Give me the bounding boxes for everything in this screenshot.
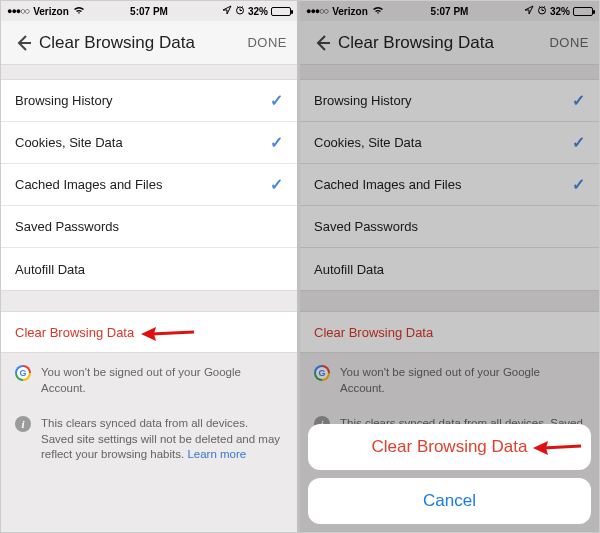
options-list: Browsing History ✓ Cookies, Site Data ✓ … bbox=[300, 79, 599, 291]
sheet-cancel-button[interactable]: Cancel bbox=[308, 478, 591, 524]
clear-browsing-data-button[interactable]: Clear Browsing Data bbox=[1, 311, 297, 353]
signal-dots: ●●●○○ bbox=[306, 6, 328, 16]
google-icon bbox=[314, 365, 330, 381]
options-list: Browsing History ✓ Cookies, Site Data ✓ … bbox=[1, 79, 297, 291]
status-bar: ●●●○○ Verizon 5:07 PM 32% bbox=[1, 1, 297, 21]
info-icon: i bbox=[15, 416, 31, 432]
page-header: Clear Browsing Data DONE bbox=[300, 21, 599, 65]
clear-browsing-data-button[interactable]: Clear Browsing Data bbox=[300, 311, 599, 353]
row-autofill[interactable]: Autofill Data bbox=[300, 248, 599, 290]
row-browsing-history[interactable]: Browsing History ✓ bbox=[300, 80, 599, 122]
alarm-icon bbox=[235, 5, 245, 17]
sync-note: i This clears synced data from all devic… bbox=[1, 404, 297, 471]
learn-more-link[interactable]: Learn more bbox=[187, 448, 246, 460]
row-autofill[interactable]: Autofill Data bbox=[1, 248, 297, 290]
page-title: Clear Browsing Data bbox=[338, 33, 549, 53]
row-cached[interactable]: Cached Images and Files ✓ bbox=[300, 164, 599, 206]
done-button[interactable]: DONE bbox=[549, 35, 589, 50]
battery-icon bbox=[573, 7, 593, 16]
row-passwords[interactable]: Saved Passwords bbox=[1, 206, 297, 248]
status-time: 5:07 PM bbox=[402, 6, 498, 17]
battery-percent: 32% bbox=[248, 6, 268, 17]
check-icon: ✓ bbox=[270, 91, 283, 110]
page-header: Clear Browsing Data DONE bbox=[1, 21, 297, 65]
google-account-note: You won't be signed out of your Google A… bbox=[1, 353, 297, 404]
done-button[interactable]: DONE bbox=[247, 35, 287, 50]
screenshot-left: ●●●○○ Verizon 5:07 PM 32% bbox=[1, 1, 300, 532]
battery-percent: 32% bbox=[550, 6, 570, 17]
check-icon: ✓ bbox=[572, 175, 585, 194]
battery-icon bbox=[271, 7, 291, 16]
page-title: Clear Browsing Data bbox=[39, 33, 247, 53]
sheet-clear-button[interactable]: Clear Browsing Data bbox=[308, 424, 591, 470]
row-browsing-history[interactable]: Browsing History ✓ bbox=[1, 80, 297, 122]
screenshot-right: ●●●○○ Verizon 5:07 PM 32% bbox=[300, 1, 599, 532]
back-button[interactable] bbox=[11, 31, 35, 55]
row-cached[interactable]: Cached Images and Files ✓ bbox=[1, 164, 297, 206]
wifi-icon bbox=[372, 5, 384, 17]
check-icon: ✓ bbox=[572, 91, 585, 110]
action-sheet: Clear Browsing Data Cancel bbox=[308, 424, 591, 524]
google-icon bbox=[15, 365, 31, 381]
annotation-arrow-icon bbox=[136, 322, 196, 346]
wifi-icon bbox=[73, 5, 85, 17]
status-bar: ●●●○○ Verizon 5:07 PM 32% bbox=[300, 1, 599, 21]
back-button[interactable] bbox=[310, 31, 334, 55]
carrier-label: Verizon bbox=[332, 6, 368, 17]
status-time: 5:07 PM bbox=[102, 6, 197, 17]
row-passwords[interactable]: Saved Passwords bbox=[300, 206, 599, 248]
check-icon: ✓ bbox=[572, 133, 585, 152]
check-icon: ✓ bbox=[270, 175, 283, 194]
location-icon bbox=[524, 5, 534, 17]
row-cookies[interactable]: Cookies, Site Data ✓ bbox=[1, 122, 297, 164]
alarm-icon bbox=[537, 5, 547, 17]
location-icon bbox=[222, 5, 232, 17]
annotation-arrow-icon bbox=[528, 436, 583, 460]
signal-dots: ●●●○○ bbox=[7, 6, 29, 16]
check-icon: ✓ bbox=[270, 133, 283, 152]
google-account-note: You won't be signed out of your Google A… bbox=[300, 353, 599, 404]
row-cookies[interactable]: Cookies, Site Data ✓ bbox=[300, 122, 599, 164]
carrier-label: Verizon bbox=[33, 6, 69, 17]
